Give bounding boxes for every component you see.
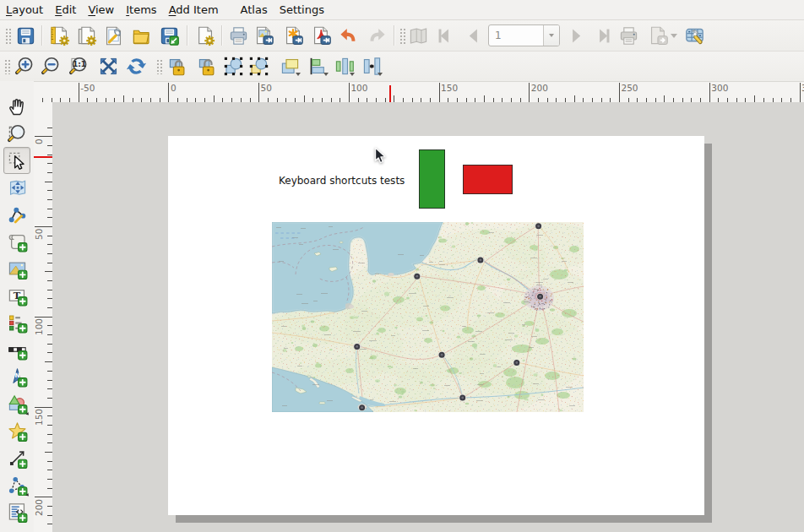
layout-manager-button[interactable]: [101, 24, 125, 47]
actions-toolbar: 1:1: [0, 52, 804, 82]
add-pages-button[interactable]: [193, 24, 216, 47]
refresh-view-button[interactable]: [124, 55, 148, 79]
zoom-full-button[interactable]: [96, 55, 120, 79]
layout-toolbar: [0, 20, 804, 52]
menu-edit[interactable]: Edit: [49, 2, 82, 18]
dropdown-caret: [26, 493, 30, 497]
menu-layout[interactable]: Layout: [0, 2, 49, 18]
atlas-toolbar-drag-handle[interactable]: [399, 27, 405, 44]
menu-items[interactable]: Items: [120, 2, 162, 18]
print-layout-button[interactable]: [226, 24, 250, 47]
svg-text:1:1: 1:1: [72, 60, 85, 68]
toolbar-drag-handle-2[interactable]: [3, 58, 10, 74]
ruler-tick: [45, 361, 52, 362]
menu-add-item[interactable]: Add Item: [163, 2, 225, 18]
resize-items-button[interactable]: [360, 55, 383, 79]
add-scalebar-tool[interactable]: [4, 337, 30, 362]
actions-toolbar-drag-handle[interactable]: [155, 58, 162, 74]
add-north-arrow-tool[interactable]: N: [4, 364, 30, 389]
ruler-label: 200: [34, 499, 44, 516]
menu-settings[interactable]: Settings: [274, 2, 330, 18]
toolbox: T N: [0, 81, 35, 532]
toolbar-separator: [221, 25, 223, 46]
ruler-tick: [35, 407, 52, 408]
add-page-tool[interactable]: [4, 229, 30, 254]
vertical-ruler[interactable]: 050100150200: [34, 102, 52, 532]
green-rectangle-item[interactable]: [419, 149, 445, 209]
export-as-image-button[interactable]: [252, 24, 275, 47]
add-marker-tool[interactable]: [4, 418, 30, 443]
ruler-tick: [619, 83, 620, 103]
menubar: Layout Edit View Items Add Item Atlas Se…: [0, 0, 804, 20]
ruler-tick: [529, 83, 530, 103]
export-as-pdf-button[interactable]: [309, 24, 333, 47]
lock-selected-items-button[interactable]: [166, 55, 189, 79]
layout-page[interactable]: Keyboard shortcuts tests: [168, 136, 704, 515]
ruler-label: 150: [34, 409, 44, 426]
edit-nodes-item-tool[interactable]: [4, 202, 30, 227]
export-as-svg-button[interactable]: [281, 24, 305, 47]
align-selected-items-button[interactable]: [306, 55, 329, 79]
export-atlas-dropdown-caret[interactable]: [671, 34, 677, 38]
redo-button[interactable]: [365, 24, 388, 47]
menu-atlas[interactable]: Atlas: [235, 2, 274, 18]
save-as-template-button[interactable]: [157, 24, 181, 47]
layout-canvas[interactable]: Keyboard shortcuts tests: [52, 102, 804, 532]
label-item[interactable]: Keyboard shortcuts tests: [279, 175, 405, 187]
zoom-tool-tool[interactable]: [4, 121, 30, 146]
ruler-label: 150: [441, 83, 458, 93]
map-item[interactable]: [272, 222, 584, 412]
export-atlas-button[interactable]: [646, 24, 670, 47]
group-items-button[interactable]: [221, 55, 245, 79]
add-picture-tool[interactable]: [4, 256, 30, 281]
previous-feature-button[interactable]: [462, 24, 486, 47]
zoom-actual-size-button[interactable]: 1:1: [67, 55, 90, 79]
save-project-button[interactable]: [14, 24, 37, 47]
new-layout-button[interactable]: [47, 24, 71, 47]
ruler-tick: [35, 226, 52, 227]
last-feature-button[interactable]: [590, 24, 614, 47]
undo-button[interactable]: [336, 24, 360, 47]
preview-atlas-button[interactable]: [406, 24, 430, 47]
print-atlas-button[interactable]: [617, 24, 640, 47]
first-feature-button[interactable]: [433, 24, 457, 47]
red-rectangle-item[interactable]: [463, 165, 513, 194]
ruler-label: 0: [171, 83, 177, 93]
raise-selected-items-button[interactable]: [278, 55, 302, 79]
atlas-feature-number-dropdown[interactable]: [543, 25, 559, 46]
add-html-tool[interactable]: [4, 499, 30, 524]
ruler-label: 0: [34, 138, 44, 144]
atlas-settings-button[interactable]: [682, 24, 706, 47]
menu-view[interactable]: View: [82, 2, 120, 18]
move-item-content-tool[interactable]: [4, 175, 30, 200]
ruler-label: 50: [34, 229, 44, 240]
ruler-tick: [45, 182, 52, 182]
toolbar-separator: [187, 25, 188, 46]
add-shape-tool[interactable]: [4, 391, 30, 416]
toolbar-separator: [394, 25, 395, 46]
zoom-out-button[interactable]: [39, 55, 62, 79]
add-arrow-tool[interactable]: [4, 445, 30, 470]
unlock-all-items-button[interactable]: [195, 55, 219, 79]
ungroup-items-button[interactable]: [247, 55, 270, 79]
add-legend-tool[interactable]: [4, 310, 30, 335]
ruler-tick: [800, 83, 801, 103]
ruler-tick: [168, 83, 169, 103]
duplicate-layout-button[interactable]: [74, 24, 98, 47]
zoom-in-button[interactable]: [13, 55, 36, 79]
dropdown-caret: [378, 73, 383, 76]
select-move-item-tool[interactable]: [3, 147, 30, 174]
ruler-label: 50: [261, 83, 272, 93]
load-from-template-button[interactable]: [129, 24, 153, 47]
ruler-tick: [45, 271, 52, 272]
add-node-item-tool[interactable]: [4, 472, 30, 497]
next-feature-button[interactable]: [563, 24, 587, 47]
pan-layout-tool[interactable]: [4, 94, 30, 119]
atlas-feature-number-input[interactable]: [489, 25, 543, 46]
distribute-items-button[interactable]: [332, 55, 356, 79]
add-label-tool[interactable]: T: [4, 283, 30, 308]
horizontal-ruler[interactable]: -50050100150200250300350: [34, 81, 804, 103]
toolbar-drag-handle[interactable]: [4, 27, 11, 44]
chevron-down-icon: [549, 34, 554, 37]
ruler-tick: [45, 452, 52, 453]
